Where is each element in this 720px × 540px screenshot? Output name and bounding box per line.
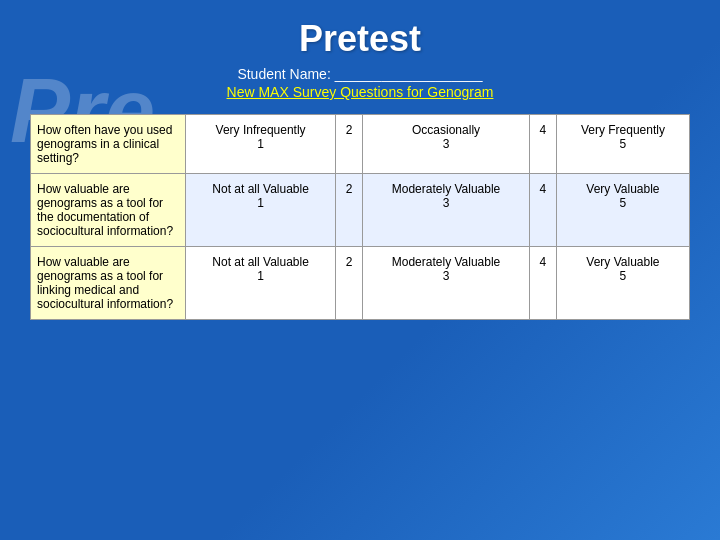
- col3-cell: Moderately Valuable3: [363, 247, 530, 320]
- col5-cell: Very Valuable5: [556, 174, 689, 247]
- survey-table: How often have you used genograms in a c…: [30, 114, 690, 320]
- survey-subtitle: New MAX Survey Questions for Genogram: [30, 84, 690, 100]
- col2-cell: 2: [336, 174, 363, 247]
- col2-cell: 2: [336, 247, 363, 320]
- col4-cell: 4: [529, 115, 556, 174]
- col1-cell: Not at all Valuable1: [186, 247, 336, 320]
- col1-cell: Not at all Valuable1: [186, 174, 336, 247]
- student-name-label: Student Name: ___________________: [30, 66, 690, 82]
- col2-cell: 2: [336, 115, 363, 174]
- col4-cell: 4: [529, 174, 556, 247]
- col5-cell: Very Frequently5: [556, 115, 689, 174]
- col3-cell: Moderately Valuable3: [363, 174, 530, 247]
- table-row: How often have you used genograms in a c…: [31, 115, 690, 174]
- col3-cell: Occasionally3: [363, 115, 530, 174]
- main-content: Pretest Student Name: __________________…: [0, 0, 720, 330]
- table-row: How valuable are genograms as a tool for…: [31, 174, 690, 247]
- page-title: Pretest: [30, 18, 690, 60]
- question-cell: How often have you used genograms in a c…: [31, 115, 186, 174]
- question-cell: How valuable are genograms as a tool for…: [31, 174, 186, 247]
- table-row: How valuable are genograms as a tool for…: [31, 247, 690, 320]
- col4-cell: 4: [529, 247, 556, 320]
- col5-cell: Very Valuable5: [556, 247, 689, 320]
- question-cell: How valuable are genograms as a tool for…: [31, 247, 186, 320]
- col1-cell: Very Infrequently1: [186, 115, 336, 174]
